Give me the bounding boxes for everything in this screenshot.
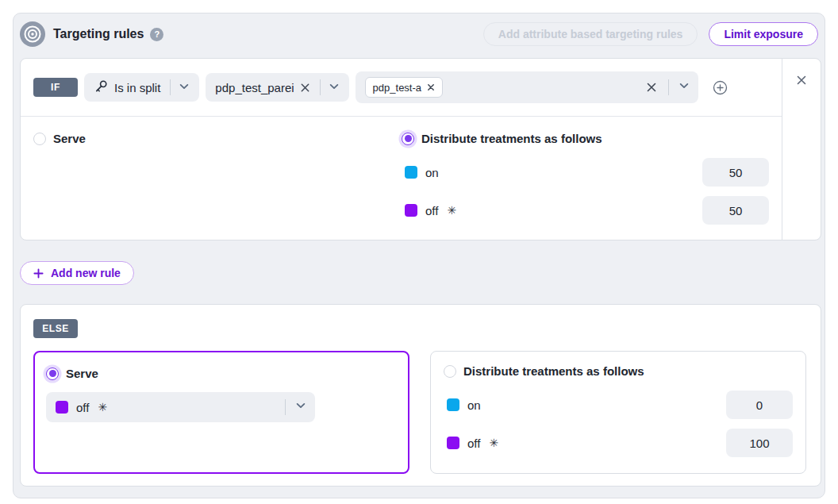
else-serve-radio[interactable] — [46, 367, 59, 380]
matcher-label: Is in split — [114, 81, 160, 94]
default-treatment-icon: ✳ — [447, 204, 456, 217]
treatment-color-swatch — [405, 204, 417, 217]
add-new-rule-label: Add new rule — [51, 267, 121, 279]
percent-input[interactable]: 50 — [702, 196, 769, 225]
key-icon — [94, 79, 109, 96]
else-serve-card: Serve off ✳ — [33, 351, 409, 474]
treatment-color-swatch — [405, 166, 417, 179]
add-new-rule-button[interactable]: Add new rule — [20, 261, 134, 285]
rule-aside — [782, 59, 821, 240]
distribute-label: Distribute treatments as follows — [421, 132, 602, 145]
target-bullseye-icon — [20, 21, 45, 47]
if-rule-card: IF Is in split — [20, 58, 821, 240]
remove-value-icon[interactable] — [427, 83, 435, 91]
percent-input[interactable]: 100 — [726, 429, 793, 457]
clear-split-icon[interactable] — [300, 83, 310, 93]
split-name-select[interactable]: pdp_test_parei — [206, 73, 348, 102]
percent-input[interactable]: 0 — [726, 391, 793, 419]
treatment-name: off — [467, 437, 480, 450]
percent-input[interactable]: 50 — [702, 158, 769, 187]
treatment-values-field[interactable]: pdp_test-a — [356, 71, 698, 103]
treatment-name: off — [425, 204, 438, 217]
split-name-value: pdp_test_parei — [215, 81, 294, 94]
else-serve-label: Serve — [66, 367, 98, 380]
targeting-rules-panel: Targeting rules ? Add attribute based ta… — [13, 13, 825, 498]
value-tag-label: pdp_test-a — [373, 82, 421, 94]
treatment-color-swatch — [447, 437, 459, 449]
distribute-radio[interactable] — [402, 133, 414, 145]
chevron-down-icon — [329, 81, 340, 94]
default-treatment-icon: ✳ — [489, 437, 498, 449]
treatment-color-swatch — [447, 398, 459, 411]
treatment-row: off ✳ 100 — [444, 429, 793, 457]
condition-row: IF Is in split — [21, 59, 782, 117]
else-distribute-radio[interactable] — [444, 365, 456, 378]
matcher-select[interactable]: Is in split — [84, 73, 199, 102]
treatment-row: off ✳ 50 — [402, 196, 769, 225]
chevron-down-icon — [295, 400, 306, 414]
chevron-down-icon — [179, 81, 190, 94]
treatment-row: on 0 — [444, 391, 793, 419]
treatment-color-swatch — [56, 401, 68, 414]
add-condition-icon[interactable] — [713, 80, 728, 95]
else-rule-card: ELSE Serve off ✳ — [20, 304, 821, 487]
clear-values-icon[interactable] — [646, 82, 657, 93]
treatment-name: on — [425, 166, 439, 179]
chevron-down-icon — [678, 80, 690, 94]
panel-header: Targeting rules ? Add attribute based ta… — [20, 21, 818, 47]
else-badge: ELSE — [33, 319, 78, 338]
limit-exposure-button[interactable]: Limit exposure — [709, 22, 818, 46]
page-title: Targeting rules — [53, 27, 144, 41]
treatment-row: on 50 — [402, 158, 769, 187]
treatment-name: off — [76, 401, 89, 414]
add-attribute-rules-button[interactable]: Add attribute based targeting rules — [483, 22, 698, 46]
serve-label: Serve — [53, 132, 86, 145]
else-distribute-card: Distribute treatments as follows on 0 of… — [430, 351, 806, 474]
default-treatment-icon: ✳ — [98, 401, 107, 414]
help-icon[interactable]: ? — [150, 28, 163, 41]
else-serve-treatment-select[interactable]: off ✳ — [46, 392, 315, 422]
treatment-name: on — [467, 398, 481, 412]
serve-radio[interactable] — [33, 133, 46, 145]
delete-rule-icon[interactable] — [796, 75, 807, 240]
if-badge: IF — [33, 78, 78, 97]
else-distribute-label: Distribute treatments as follows — [463, 364, 644, 378]
value-tag: pdp_test-a — [365, 77, 443, 98]
